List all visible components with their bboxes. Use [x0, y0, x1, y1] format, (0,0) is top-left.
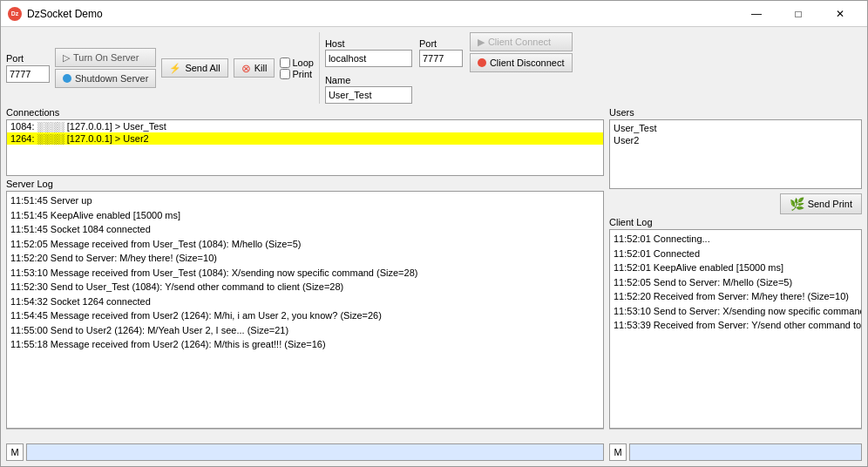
- client-log-entry: 11:52:01 Connected: [614, 247, 858, 261]
- server-log-entry: 11:51:45 Socket 1084 connected: [10, 222, 600, 237]
- close-button[interactable]: ✕: [820, 1, 860, 27]
- app-icon: Dz: [8, 7, 22, 21]
- turn-on-server-button[interactable]: ▷ Turn On Server: [55, 48, 156, 67]
- client-log-entry: 11:52:20 Received from Server: M/hey the…: [614, 289, 858, 304]
- connect-buttons: ▶ Client Connect Client Disconnect: [470, 32, 573, 72]
- server-log-section: Server Log 11:51:45 Server up11:51:45 Ke…: [6, 179, 604, 439]
- host-port-row: Host Port ▶ Client Connect: [325, 32, 573, 72]
- server-input-row: M: [6, 443, 604, 461]
- client-log-entry: 11:53:10 Send to Server: X/sending now s…: [614, 304, 858, 319]
- server-log-entry: 11:54:32 Socket 1264 connected: [10, 294, 600, 309]
- connection-item-0[interactable]: 1084: ░░░░ [127.0.0.1] > User_Test: [7, 120, 603, 132]
- title-bar-controls: — □ ✕: [736, 1, 860, 27]
- server-port-input[interactable]: [6, 65, 50, 83]
- host-group: Host: [325, 38, 412, 67]
- loop-checkbox[interactable]: [280, 58, 290, 68]
- port-label: Port: [6, 53, 50, 64]
- client-port-input[interactable]: [419, 50, 463, 67]
- server-log-entry: 11:53:10 Message received from User_Test…: [10, 266, 600, 281]
- middle-section: Connections 1084: ░░░░ [127.0.0.1] > Use…: [6, 107, 862, 461]
- main-content: Port ▷ Turn On Server Shutdown Server ⚡ …: [1, 27, 867, 466]
- client-input-row: M: [609, 443, 862, 461]
- print-checkbox[interactable]: [280, 69, 290, 79]
- server-log-entry: 11:51:45 Server up: [10, 193, 600, 208]
- user-item[interactable]: User2: [614, 134, 858, 146]
- shutdown-icon: [63, 74, 71, 83]
- connection-item-1[interactable]: 1264: ░░░░ [127.0.0.1] > User2: [7, 132, 603, 145]
- loop-print-group: Loop Print: [280, 58, 313, 79]
- name-group: Name: [325, 75, 412, 104]
- server-log-entry: 11:54:45 Message received from User2 (12…: [10, 308, 600, 323]
- print-row: Print: [280, 69, 312, 79]
- server-message-input[interactable]: [26, 443, 604, 461]
- connections-section: Connections 1084: ░░░░ [127.0.0.1] > Use…: [6, 107, 604, 176]
- left-panel: Connections 1084: ░░░░ [127.0.0.1] > Use…: [6, 107, 604, 461]
- x-circle-icon: ⊗: [241, 62, 251, 75]
- client-m-label: M: [609, 443, 627, 461]
- loop-row: Loop: [280, 58, 313, 68]
- client-log-hscroll[interactable]: [609, 429, 862, 439]
- title-bar-left: Dz DzSocket Demo: [8, 7, 103, 21]
- turn-on-icon: ▷: [63, 52, 70, 64]
- server-log-hscroll[interactable]: [6, 429, 604, 439]
- name-label: Name: [325, 75, 412, 85]
- right-panel: Users User_TestUser2 🌿 Send Print Client…: [609, 107, 862, 461]
- server-m-label: M: [6, 443, 24, 461]
- server-log-entry: 11:55:18 Message received from User2 (12…: [10, 337, 600, 352]
- host-input[interactable]: [325, 50, 412, 67]
- main-window: Dz DzSocket Demo — □ ✕ Port ▷ Turn On Se…: [0, 0, 868, 467]
- client-log-section: Client Log 11:52:01 Connecting...11:52:0…: [609, 217, 862, 439]
- port-group: Port: [6, 53, 50, 83]
- server-log-entry: 11:52:20 Send to Server: M/hey there! (S…: [10, 251, 600, 266]
- connect-icon: ▶: [478, 37, 485, 48]
- client-config: Host Port ▶ Client Connect: [325, 32, 573, 104]
- toolbar: Port ▷ Turn On Server Shutdown Server ⚡ …: [6, 32, 862, 104]
- toolbar-divider: [319, 32, 320, 104]
- client-log-entry: 11:52:01 Connecting...: [614, 232, 858, 247]
- server-log-entry: 11:52:05 Message received from User_Test…: [10, 237, 600, 252]
- client-log-entry: 11:52:05 Send to Server: M/hello (Size=5…: [614, 275, 858, 290]
- connections-label: Connections: [6, 107, 604, 118]
- send-print-button[interactable]: 🌿 Send Print: [780, 193, 862, 214]
- client-connect-button[interactable]: ▶ Client Connect: [470, 32, 573, 51]
- client-log-entry: 11:53:39 Received from Server: Y/send ot…: [614, 318, 858, 333]
- server-log-label: Server Log: [6, 179, 604, 189]
- print-label: Print: [292, 69, 312, 79]
- kill-button[interactable]: ⊗ Kill: [234, 58, 275, 78]
- host-label: Host: [325, 38, 412, 49]
- user-item[interactable]: User_Test: [614, 122, 858, 134]
- title-bar: Dz DzSocket Demo — □ ✕: [1, 1, 867, 27]
- maximize-button[interactable]: □: [778, 1, 818, 27]
- server-log-area[interactable]: 11:51:45 Server up11:51:45 KeepAlive ena…: [6, 191, 604, 429]
- name-row: Name: [325, 75, 573, 104]
- name-input[interactable]: [325, 86, 412, 104]
- minimize-button[interactable]: —: [736, 1, 776, 27]
- client-port-group: Port: [419, 38, 463, 67]
- shutdown-server-button[interactable]: Shutdown Server: [55, 69, 156, 88]
- client-log-area[interactable]: 11:52:01 Connecting...11:52:01 Connected…: [609, 229, 862, 429]
- plant-icon: 🌿: [790, 197, 804, 211]
- client-disconnect-button[interactable]: Client Disconnect: [470, 53, 573, 72]
- server-log-entry: 11:51:45 KeepAlive enabled [15000 ms]: [10, 208, 600, 223]
- connections-list[interactable]: 1084: ░░░░ [127.0.0.1] > User_Test 1264:…: [6, 119, 604, 176]
- client-message-input[interactable]: [629, 443, 862, 461]
- disconnect-icon: [478, 58, 486, 67]
- client-log-label: Client Log: [609, 217, 862, 227]
- client-log-entry: 11:52:01 KeepAlive enabled [15000 ms]: [614, 261, 858, 275]
- server-buttons: ▷ Turn On Server Shutdown Server: [55, 48, 156, 88]
- server-log-entry: 11:55:00 Send to User2 (1264): M/Yeah Us…: [10, 323, 600, 338]
- users-list[interactable]: User_TestUser2: [609, 119, 862, 189]
- server-log-entry: 11:52:30 Send to User_Test (1084): Y/sen…: [10, 280, 600, 294]
- send-all-button[interactable]: ⚡ Send All: [161, 58, 227, 78]
- lightning-icon: ⚡: [169, 63, 181, 74]
- client-port-label: Port: [419, 38, 463, 49]
- users-label: Users: [609, 107, 862, 118]
- loop-label: Loop: [292, 58, 313, 68]
- window-title: DzSocket Demo: [27, 8, 103, 20]
- users-section: Users User_TestUser2: [609, 107, 862, 189]
